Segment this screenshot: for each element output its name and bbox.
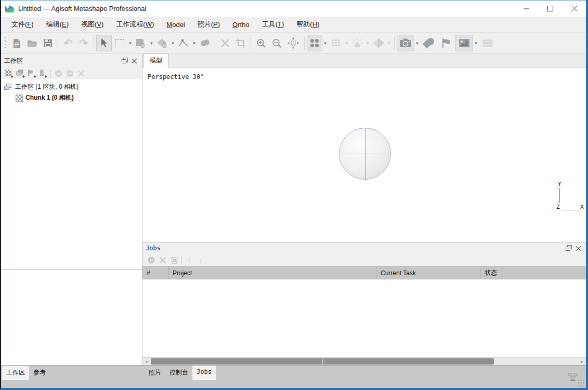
toolbar-separator [94, 36, 94, 50]
save-project-button[interactable] [40, 35, 56, 51]
menu-model[interactable]: Model [160, 18, 191, 31]
menu-workflow[interactable]: 工作流程(W) [110, 17, 160, 32]
eraser-button[interactable] [197, 35, 213, 51]
fit-view-button[interactable] [284, 35, 302, 51]
menu-view[interactable]: 视图(V) [75, 17, 110, 32]
column-current-task[interactable]: Current Task [376, 267, 480, 279]
show-flags-button[interactable] [438, 35, 455, 51]
add-scalebar-button[interactable] [37, 69, 49, 79]
selection-arrow-button[interactable] [96, 35, 112, 51]
show-tie-points-dropdown[interactable]: ▼ [322, 35, 328, 51]
scrollbar-thumb[interactable] [151, 358, 494, 365]
tab-photos[interactable]: 照片 [145, 366, 165, 380]
zoom-in-button[interactable] [253, 35, 269, 51]
show-dense-cloud-dropdown: ▼ [365, 35, 371, 51]
toolbar-grip[interactable] [4, 36, 7, 50]
column-number[interactable]: # [142, 267, 168, 279]
menu-tools[interactable]: 工具(T) [256, 17, 291, 32]
workspace-close-button[interactable] [129, 56, 139, 65]
jobs-float-button[interactable] [564, 244, 573, 253]
bottom-dock-tabs: 照片 控制台 Jobs [145, 366, 216, 380]
menu-file[interactable]: 文件(F) [5, 17, 40, 32]
show-point-cloud-button [328, 35, 344, 51]
clear-jobs-button [168, 255, 180, 265]
show-mesh-button [371, 35, 386, 51]
menu-help[interactable]: 帮助(H) [290, 17, 325, 32]
show-cameras-dropdown[interactable]: ▼ [414, 35, 420, 51]
model-viewport[interactable]: Perspective 30° Y Z X [142, 68, 586, 243]
column-status[interactable]: 状态 [480, 267, 586, 279]
menu-photo[interactable]: 照片(P) [191, 17, 226, 32]
toolbar-separator [394, 36, 395, 50]
jobs-panel-title: Jobs [146, 245, 564, 252]
tree-item-workspace[interactable]: 工作区 (1 区块, 0 相机) [1, 82, 142, 92]
rectangle-selection-button[interactable] [112, 35, 127, 51]
menu-ortho[interactable]: Ortho [226, 18, 256, 31]
bottom-bar: 工作区 参考 照片 控制台 Jobs [1, 365, 586, 388]
show-markers-button[interactable] [420, 35, 438, 51]
rotate-view-button[interactable] [154, 35, 170, 51]
axis-z-label: Z [556, 204, 560, 210]
axis-y-line [559, 188, 560, 203]
measure-dropdown[interactable]: ▼ [191, 35, 197, 51]
window-title: Untitled — Agisoft Metashape Professiona… [18, 5, 514, 12]
workspace-icon [4, 84, 12, 90]
delete-selection-button [217, 35, 233, 51]
undo-button: ↶ [60, 35, 76, 51]
title-bar: Untitled — Agisoft Metashape Professiona… [1, 1, 586, 17]
axis-y-label: Y [558, 181, 561, 187]
jobs-table-body[interactable] [142, 279, 586, 357]
measure-button[interactable] [176, 35, 191, 51]
add-chunk-button[interactable] [3, 69, 15, 79]
minimize-button[interactable] [514, 1, 538, 17]
scroll-right-arrow[interactable]: ► [578, 358, 586, 366]
add-marker-button[interactable] [26, 69, 37, 79]
redo-button: ↷ [76, 35, 92, 51]
zoom-out-button[interactable] [269, 35, 284, 51]
rotate-object-dropdown[interactable]: ▼ [149, 35, 154, 51]
rotate-object-button[interactable] [133, 35, 149, 51]
rectangle-selection-dropdown[interactable]: ▼ [127, 35, 133, 51]
tree-item-label: Chunk 1 (0 相机) [25, 93, 74, 102]
show-layers-button [479, 35, 496, 51]
show-images-button[interactable] [455, 35, 473, 51]
show-images-dropdown[interactable]: ▼ [473, 35, 479, 51]
jobs-toolbar: ↑ ↓ [142, 253, 586, 266]
chunk-icon [16, 95, 23, 102]
show-cameras-button[interactable] [397, 35, 414, 51]
tab-workspace[interactable]: 工作区 [2, 366, 29, 380]
move-down-button: ↓ [195, 255, 206, 265]
close-button[interactable] [562, 1, 586, 17]
open-project-button[interactable] [24, 35, 40, 51]
axis-x-label: X [580, 204, 584, 210]
workspace-toolbar-separator [50, 70, 51, 78]
horizontal-scrollbar[interactable]: ◄ ► [142, 357, 586, 365]
workspace-float-button[interactable] [120, 56, 129, 65]
view-tabstrip: 模型 [142, 54, 586, 68]
show-tie-points-button[interactable] [307, 35, 322, 51]
menu-edit[interactable]: 编辑(E) [40, 17, 75, 32]
tab-console[interactable]: 控制台 [165, 366, 192, 380]
tree-item-label: 工作区 (1 区块, 0 相机) [15, 83, 79, 91]
tab-jobs[interactable]: Jobs [192, 366, 216, 380]
jobs-close-button[interactable] [573, 244, 583, 253]
rotate-view-dropdown[interactable]: ▼ [170, 35, 176, 51]
app-window: Untitled — Agisoft Metashape Professiona… [0, 0, 588, 390]
axis-gizmo: Y Z X [556, 181, 584, 213]
maximize-button[interactable] [538, 1, 562, 17]
cancel-job-button [157, 255, 168, 265]
add-photos-button[interactable] [15, 69, 26, 79]
window-resize-grip[interactable] [578, 380, 585, 387]
tab-reference[interactable]: 参考 [29, 366, 50, 380]
trackball-sphere[interactable] [339, 128, 391, 180]
scroll-left-arrow[interactable]: ◄ [142, 358, 150, 366]
toolbar-separator [251, 36, 251, 50]
show-dense-cloud-button [349, 35, 365, 51]
tab-model[interactable]: 模型 [143, 53, 169, 68]
tree-item-chunk[interactable]: Chunk 1 (0 相机) [1, 92, 142, 103]
column-project[interactable]: Project [168, 267, 376, 279]
show-point-cloud-dropdown: ▼ [344, 35, 349, 51]
toolbar-separator [304, 36, 305, 50]
perspective-label: Perspective 30° [148, 73, 204, 80]
new-project-button[interactable] [9, 35, 24, 51]
